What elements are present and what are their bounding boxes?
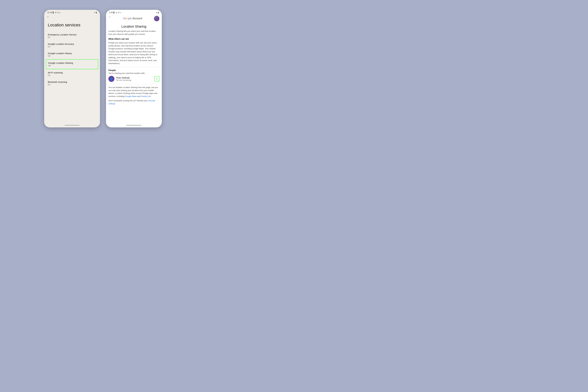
person-info: Peter Wolinski 59 min remaining [116, 76, 152, 81]
settings-item-emergency[interactable]: Emergency Location Service On [48, 31, 96, 40]
settings-item-subtitle-wifi: On [48, 74, 96, 76]
home-indicator-phone1 [64, 125, 80, 126]
google-letter-o1: o [125, 17, 126, 20]
people-heading: People [108, 69, 159, 72]
sim-icon-phone2: ▌ [114, 12, 115, 14]
location-sharing-desc: Location Sharing lets you share your rea… [108, 30, 159, 36]
time-phone2: 2:49 [109, 11, 113, 14]
period-text: . [151, 95, 152, 98]
divider2 [108, 84, 159, 84]
page-title-phone1: Location services [48, 22, 96, 28]
cast-icon-phone2: ⊡ [118, 12, 120, 14]
close-person-button[interactable]: × [154, 76, 159, 82]
avatar[interactable] [154, 16, 159, 21]
status-bar-phone2: 2:49 ▌ ◎ ⊡ ▷ ▾ ▮ [106, 10, 162, 14]
what-others-text: People you share your location with can … [108, 41, 159, 65]
people-subtitle: You're sharing your real-time location w… [108, 72, 159, 74]
google-letter-g2: g [128, 17, 130, 20]
google-logo-text: Google [123, 17, 132, 20]
avatar-image [154, 16, 159, 21]
cast-icon: ⊡ [57, 12, 59, 14]
settings-item-title-accuracy: Google Location Accuracy [48, 43, 96, 45]
sim-icon: ▌ [53, 12, 54, 14]
phone2-frame: 2:49 ▌ ◎ ⊡ ▷ ▾ ▮ ← Google Account Locati… [106, 10, 162, 128]
person-row: 👤 Peter Wolinski 59 min remaining × [108, 76, 159, 82]
google-account-logo: Google Account [123, 17, 142, 20]
what-others-heading: What others can see [108, 38, 159, 40]
person-name: Peter Wolinski [116, 76, 152, 79]
settings-item-title-history: Google Location History [48, 52, 96, 54]
phone2-header: ← Google Account [106, 14, 162, 23]
wifi-icon-phone2: ▾ [156, 12, 157, 14]
battery-icon-phone2: ▮ [158, 12, 159, 14]
settings-item-subtitle-emergency: On [48, 36, 96, 38]
settings-item-title-emergency: Emergency Location Service [48, 33, 96, 36]
status-bar-left: 12:19 ▌ ✉ ⊡ ▷ [47, 11, 61, 14]
battery-icon: ▮ [96, 12, 97, 14]
status-bar-right-phone2: ▾ ▮ [156, 12, 159, 14]
phone1-frame: 12:19 ▌ ✉ ⊡ ▷ ▾ ▮ ← Location services Em… [44, 10, 100, 128]
mail-icon: ✉ [55, 12, 56, 14]
settings-item-subtitle-sharing: Off [48, 64, 96, 67]
settings-item-accuracy[interactable]: Google Location Accuracy On [48, 40, 96, 50]
phone1-content: Location services Emergency Location Ser… [44, 22, 100, 124]
status-bar-phone1: 12:19 ▌ ✉ ⊡ ▷ ▾ ▮ [44, 10, 100, 14]
time-phone1: 12:19 [47, 11, 52, 14]
back-arrow-phone1[interactable]: ← [46, 15, 50, 18]
nav-icon: ▷ [60, 12, 61, 14]
nav-icon-phone2: ▷ [120, 12, 122, 14]
google-letter-o2: o [126, 17, 128, 20]
status-bar-right: ▾ ▮ [94, 12, 97, 14]
settings-item-subtitle-history: Off [48, 55, 96, 57]
back-button-row: ← [44, 14, 100, 22]
google-maps-link[interactable]: Google Maps [125, 95, 136, 98]
person-avatar: 👤 [108, 76, 114, 82]
wifi-icon: ▾ [94, 12, 95, 14]
google-letter-g: G [123, 17, 125, 20]
settings-item-title-sharing: Google Location Sharing [48, 62, 96, 64]
bottom-text: You can disable Location Sharing from th… [108, 86, 159, 98]
family-link[interactable]: Family Link [141, 95, 151, 98]
location-icon-phone2: ◎ [116, 12, 117, 14]
people-section: People You're sharing your real-time loc… [108, 69, 159, 82]
settings-item-title-wifi: Wi-Fi scanning [48, 71, 96, 74]
settings-item-history[interactable]: Google Location History Off [48, 50, 96, 59]
settings-item-sharing[interactable]: Google Location Sharing Off [46, 59, 98, 69]
home-indicator-phone2 [126, 125, 142, 126]
person-icon: 👤 [110, 77, 114, 81]
settings-item-title-bluetooth: Bluetooth scanning [48, 81, 96, 83]
and-text: and [136, 95, 141, 98]
back-arrow-phone2[interactable]: ← [108, 16, 111, 18]
italic-content: Don't remember turning this on? Review y… [108, 100, 148, 102]
settings-item-bluetooth[interactable]: Bluetooth scanning On [48, 78, 96, 88]
close-icon: × [156, 78, 158, 80]
italic-bottom-text: Don't remember turning this on? Review y… [108, 99, 159, 105]
person-time: 59 min remaining [116, 79, 152, 81]
settings-item-subtitle-accuracy: On [48, 46, 96, 48]
settings-item-wifi[interactable]: Wi-Fi scanning On [48, 69, 96, 78]
settings-item-subtitle-bluetooth: On [48, 84, 96, 86]
italic-period: . [115, 102, 116, 105]
status-bar-left-phone2: 2:49 ▌ ◎ ⊡ ▷ [109, 11, 122, 14]
google-account-label: Account [132, 17, 142, 20]
google-letter-e: e [130, 17, 132, 20]
phone2-body: Location Sharing Location Sharing lets y… [106, 23, 162, 124]
location-sharing-title: Location Sharing [108, 24, 159, 28]
